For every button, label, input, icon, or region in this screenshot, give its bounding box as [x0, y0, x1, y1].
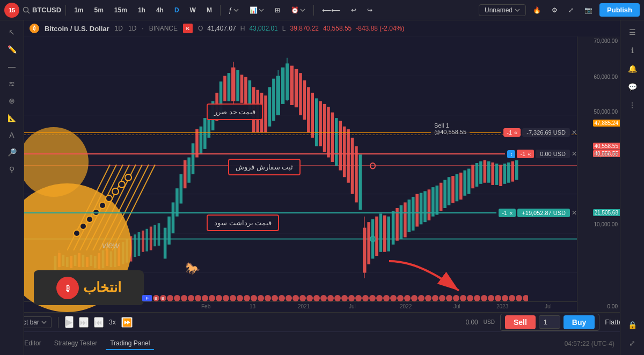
tab-strategy-tester[interactable]: Strategy Tester [50, 337, 101, 350]
skip-end-button[interactable]: ⏮ [94, 317, 104, 328]
bottom-row1: Select bar ▶ ⏭ ⏮ 3x ⏩ 0.00 USD Sell Buy … [0, 313, 644, 332]
fire-btn[interactable]: 🔥 [529, 5, 545, 16]
svg-point-142 [188, 295, 194, 301]
cursor-tool[interactable]: ↖ [3, 25, 20, 40]
tf-5m[interactable]: 5m [91, 5, 107, 16]
alert-right-icon[interactable]: 🔔 [624, 61, 641, 76]
order-close-1[interactable]: ✕ [572, 129, 577, 136]
alert-icon: ⏰ [291, 6, 299, 14]
magnet-tool[interactable]: ⚲ [3, 162, 20, 177]
alert-btn[interactable]: ⏰ [287, 5, 309, 16]
order-close-3[interactable]: ✕ [572, 209, 577, 217]
svg-rect-131 [507, 162, 510, 183]
svg-point-158 [299, 295, 306, 301]
svg-point-0 [24, 7, 28, 12]
order-val-3: +19,052.87 USD [517, 209, 570, 217]
timeframe-badge: 1D [115, 25, 123, 32]
chat-icon[interactable]: 💬 [624, 79, 641, 94]
sell-button[interactable]: Sell [505, 315, 536, 329]
coin-icon: ₿ [30, 24, 39, 33]
svg-point-149 [237, 295, 243, 301]
svg-line-1 [28, 11, 30, 13]
draw-tool[interactable]: ✏️ [3, 42, 20, 57]
price-10k: 10,000.00 [594, 221, 618, 227]
svg-rect-63 [244, 77, 247, 104]
svg-rect-47 [184, 160, 187, 188]
order-qty-1[interactable]: -1 « [503, 128, 521, 137]
watchlist-icon[interactable]: ☰ [624, 25, 641, 40]
lock-icon[interactable]: 🔒 [624, 317, 641, 332]
template-btn[interactable]: ⊞ [271, 5, 284, 16]
svg-rect-116 [448, 177, 451, 205]
svg-point-201 [74, 230, 80, 236]
screenshot-btn[interactable]: 📷 [581, 5, 596, 16]
svg-point-190 [523, 295, 528, 301]
tf-w[interactable]: W [186, 5, 200, 16]
svg-point-202 [80, 223, 86, 230]
pattern-tool[interactable]: ⊛ [3, 93, 20, 108]
exchange-name: BINANCE [149, 25, 178, 32]
svg-rect-124 [479, 161, 482, 184]
svg-rect-118 [456, 174, 459, 201]
buy-button[interactable]: Buy [564, 315, 595, 329]
svg-point-163 [334, 295, 341, 301]
tf-1h[interactable]: 1h [134, 5, 149, 16]
svg-rect-98 [375, 217, 378, 256]
order-qty-3[interactable]: -1 « [499, 209, 516, 217]
exchange-badge: · [142, 25, 143, 32]
tf-15m[interactable]: 15m [111, 5, 131, 16]
redo-btn[interactable]: ↪ [363, 5, 376, 16]
hline-tool[interactable]: ― [3, 59, 20, 74]
order-close-2[interactable]: ✕ [572, 150, 577, 158]
svg-rect-101 [387, 217, 390, 252]
ticker-label: BTCUSD [32, 6, 61, 14]
svg-point-184 [481, 295, 487, 301]
expand-btn[interactable]: ⤢ [565, 5, 577, 16]
svg-point-165 [348, 295, 355, 301]
play-button[interactable]: ▶ [65, 316, 74, 328]
entekab-text: انتخاب [83, 279, 121, 296]
tf-d[interactable]: D [171, 5, 183, 16]
ohlc-close: 40,558.55 [323, 25, 352, 32]
replay-btn[interactable]: ⟵⟵ [318, 5, 344, 16]
fib-tool[interactable]: ≋ [3, 76, 20, 91]
svg-rect-57 [223, 76, 226, 101]
svg-point-141 [181, 295, 187, 301]
svg-rect-73 [281, 68, 284, 104]
indicators-btn[interactable]: ƒ [225, 5, 243, 16]
skip-bar-button[interactable]: ⏩ [121, 317, 133, 328]
timeline-jul3: Jul [545, 304, 552, 309]
undo-btn[interactable]: ↩ [347, 5, 360, 16]
ticker-search[interactable]: BTCUSD [23, 6, 61, 14]
chart-type-icon: 📊 [250, 6, 258, 14]
svg-rect-97 [371, 219, 375, 258]
expand-right-icon[interactable]: ⤢ [624, 336, 641, 351]
publish-button[interactable]: Publish [599, 3, 640, 17]
svg-rect-58 [228, 73, 231, 101]
svg-rect-120 [463, 171, 466, 196]
svg-rect-82 [315, 98, 318, 146]
order-qty-2[interactable]: -1 « [517, 150, 534, 158]
details-icon[interactable]: ℹ [624, 43, 641, 58]
skip-next-button[interactable]: ⏭ [79, 317, 89, 328]
svg-rect-69 [268, 87, 272, 126]
svg-point-187 [502, 295, 508, 301]
qty-input[interactable] [539, 315, 560, 329]
svg-point-145 [209, 295, 215, 301]
svg-point-161 [320, 295, 327, 301]
tf-1m[interactable]: 1m [70, 5, 87, 16]
measure-tool[interactable]: 📐 [3, 110, 20, 125]
svg-rect-128 [495, 164, 499, 185]
unnamed-btn[interactable]: Unnamed [479, 4, 526, 16]
settings-gear-btn[interactable]: ⚙ [548, 5, 561, 16]
tf-4h[interactable]: 4h [152, 5, 167, 16]
chart-header: ₿ Bitcoin / U.S. Dollar 1D 1D · BINANCE … [24, 20, 620, 36]
tab-trading-panel[interactable]: Trading Panel [106, 337, 154, 350]
chart-type-btn[interactable]: 📊 [246, 5, 268, 16]
tf-m[interactable]: M [203, 5, 216, 16]
more-right-icon[interactable]: ⋮ [624, 98, 641, 113]
zoom-tool[interactable]: 🔎 [3, 145, 20, 160]
svg-point-167 [362, 295, 369, 301]
speed-badge[interactable]: 3x [109, 319, 116, 326]
text-tool[interactable]: A [3, 128, 20, 143]
